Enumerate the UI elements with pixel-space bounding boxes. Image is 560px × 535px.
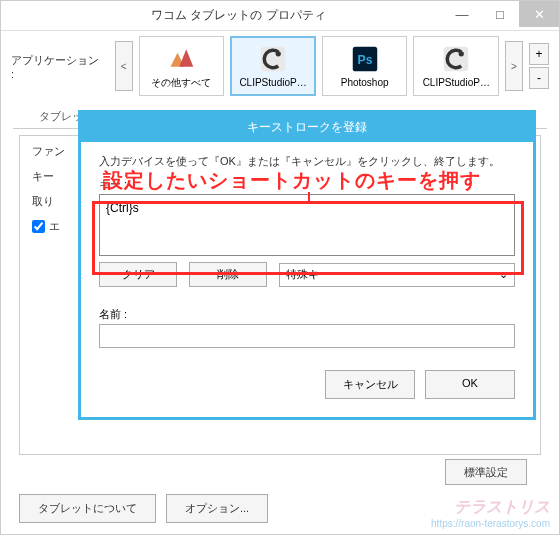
checkbox-label: エ [49,219,60,234]
clipstudio-icon [258,44,288,74]
photoshop-icon: Ps [350,44,380,74]
dialog-body: 入力デバイスを使って『OK』または『キャンセル』をクリックし、終了します。 キー… [81,142,533,417]
svg-point-1 [276,51,281,56]
app-item-label: CLIPStudioP… [423,77,490,88]
about-tablet-button[interactable]: タブレットについて [19,494,156,523]
svg-point-5 [459,51,464,56]
app-item-label: CLIPStudioP… [239,77,306,88]
app-item-photoshop[interactable]: Ps Photoshop [322,36,408,96]
ok-button[interactable]: OK [425,370,515,399]
app-all-icon [166,43,196,73]
app-item-label: Photoshop [341,77,389,88]
application-label: アプリケーション : [11,53,105,80]
app-nav-prev[interactable]: < [115,41,133,91]
special-key-dropdown[interactable]: 特殊キー ⌄ [279,263,515,287]
delete-button[interactable]: 削除 [189,262,267,287]
keystroke-dialog: キーストロークを登録 入力デバイスを使って『OK』または『キャンセル』をクリック… [78,110,536,420]
window-buttons: — □ ✕ [443,1,559,27]
app-nav-next[interactable]: > [505,41,523,91]
add-app-button[interactable]: + [529,43,549,65]
minimize-button[interactable]: — [443,1,481,27]
key-field-label: キー : [99,177,515,192]
svg-text:Ps: Ps [357,53,372,67]
clear-button[interactable]: クリア [99,262,177,287]
bottom-buttons: タブレットについて オプション... [1,486,559,531]
default-settings-button[interactable]: 標準設定 [445,459,527,485]
application-row: アプリケーション : < その他すべて CLIPStudioP… Ps Phot… [1,31,559,101]
app-item-clipstudio-2[interactable]: CLIPStudioP… [413,36,499,96]
clipstudio-icon [441,44,471,74]
app-add-remove: + - [529,43,549,89]
chevron-down-icon: ⌄ [499,268,508,281]
name-input[interactable] [99,324,515,348]
key-input[interactable]: {Ctrl}s [99,194,515,256]
cancel-button[interactable]: キャンセル [325,370,415,399]
special-key-label: 特殊キー [286,267,330,282]
app-item-label: その他すべて [151,76,211,90]
close-button[interactable]: ✕ [519,1,559,27]
titlebar: ワコム タブレットの プロパティ — □ ✕ [1,1,559,31]
name-field-label: 名前 : [99,307,515,322]
app-item-other[interactable]: その他すべて [139,36,225,96]
maximize-button[interactable]: □ [481,1,519,27]
options-button[interactable]: オプション... [166,494,268,523]
window-title: ワコム タブレットの プロパティ [151,7,326,24]
enable-checkbox[interactable] [32,220,45,233]
dialog-instruction: 入力デバイスを使って『OK』または『キャンセル』をクリックし、終了します。 [99,154,515,169]
dialog-title: キーストロークを登録 [81,113,533,142]
app-item-clipstudio-1[interactable]: CLIPStudioP… [230,36,316,96]
remove-app-button[interactable]: - [529,67,549,89]
